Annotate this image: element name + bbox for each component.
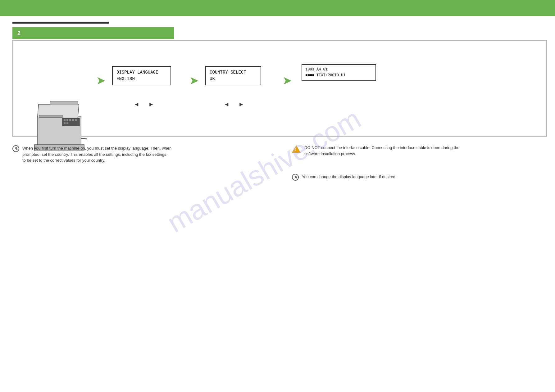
- step-header: 2: [12, 27, 174, 39]
- section-header-line: [12, 22, 109, 24]
- country-select-box: COUNTRY SELECT UK: [205, 66, 261, 85]
- arrow-1: ➤: [97, 75, 105, 87]
- note-1-text: When you first turn the machine on, you …: [22, 145, 171, 164]
- top-banner: [0, 0, 555, 16]
- svg-rect-8: [66, 119, 68, 121]
- status-line2: ■■■■ TEXT/PHOTO UI: [305, 73, 372, 79]
- step-header-text: 2: [17, 30, 20, 37]
- nav-arrows-1: ◄ ►: [134, 101, 158, 108]
- svg-rect-10: [72, 119, 74, 121]
- note-2-text: You can change the display language late…: [302, 174, 397, 180]
- nav-arrows-2: ◄ ►: [224, 101, 248, 108]
- note-1-section: ✎ When you first turn the machine on, yo…: [12, 145, 171, 164]
- warning-text: DO NOT connect the interface cable. Conn…: [304, 145, 459, 157]
- status-screen-box: 100% A4 01 ■■■■ TEXT/PHOTO UI: [302, 64, 376, 81]
- nav-right-2: ►: [239, 101, 248, 107]
- svg-rect-7: [64, 119, 66, 121]
- main-content-box: ➤ DISPLAY LANGUAGE ENGLISH ◄ ► ➤ COUNTRY…: [12, 40, 547, 137]
- display-language-line2: ENGLISH: [116, 76, 167, 82]
- svg-rect-5: [39, 115, 62, 118]
- note-2-icon: ✎: [292, 174, 299, 181]
- svg-rect-9: [69, 119, 71, 121]
- arrow-2: ➤: [190, 75, 198, 87]
- warning-icon: [292, 145, 301, 153]
- note-2-section: ✎ You can change the display language la…: [292, 174, 397, 181]
- svg-rect-2: [50, 101, 78, 105]
- country-select-line1: COUNTRY SELECT: [210, 69, 257, 76]
- svg-rect-11: [75, 119, 77, 121]
- display-language-box: DISPLAY LANGUAGE ENGLISH: [112, 66, 171, 85]
- nav-right-1: ►: [148, 101, 158, 107]
- warning-section: DO NOT connect the interface cable. Conn…: [292, 145, 459, 157]
- svg-rect-12: [64, 122, 66, 124]
- arrow-3: ➤: [283, 75, 291, 87]
- nav-left-1: ◄: [134, 101, 143, 107]
- display-language-line1: DISPLAY LANGUAGE: [116, 69, 167, 76]
- country-select-line2: UK: [210, 76, 257, 82]
- svg-rect-13: [66, 122, 68, 124]
- note-1-icon: ✎: [12, 145, 19, 152]
- status-line1: 100% A4 01: [305, 67, 372, 73]
- nav-left-2: ◄: [224, 101, 233, 107]
